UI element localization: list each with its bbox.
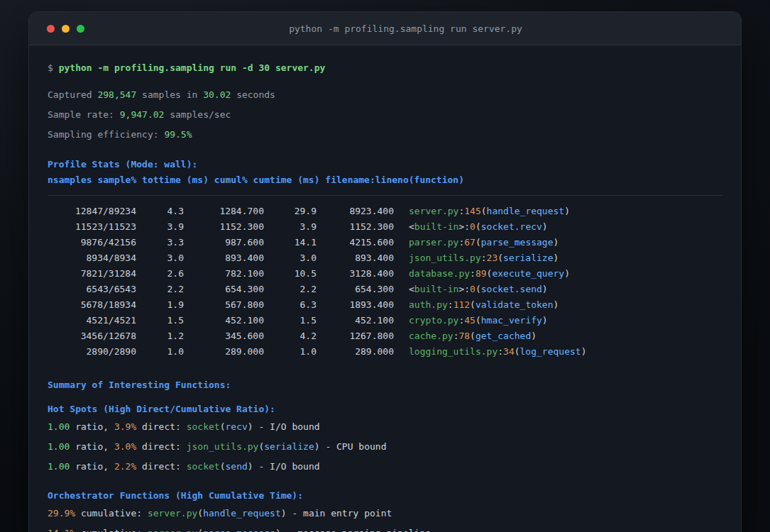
terminal-content: $ python -m profiling.sampling run -d 30… xyxy=(29,45,741,532)
tottime-value: 289.000 xyxy=(184,344,264,360)
command-line: $ python -m profiling.sampling run -d 30… xyxy=(48,60,722,76)
text-segment: - main entry point xyxy=(287,508,392,519)
nsamples-value: 6543/6543 xyxy=(48,282,136,297)
text-segment: ) xyxy=(564,268,570,279)
text-segment: ) xyxy=(314,441,320,452)
table-row: 4521/4521 1.5 452.100 1.5 452.100 crypto… xyxy=(48,313,722,328)
sample-pct-value: 1.9 xyxy=(136,297,184,313)
text-segment: ( xyxy=(197,528,203,532)
close-button[interactable] xyxy=(47,25,55,33)
text-segment: Sampling efficiency: xyxy=(48,129,164,140)
text-segment: 298,547 xyxy=(97,89,136,100)
text-segment: : xyxy=(497,346,503,357)
hot-spots-title: Hot Spots (High Direct/Cumulative Ratio)… xyxy=(48,401,722,417)
cumul-pct-value: 1.0 xyxy=(264,344,317,360)
text-segment: built-in xyxy=(414,284,459,294)
text-segment: ) xyxy=(542,315,548,326)
function-location: <built-in>:0(socket.recv) xyxy=(394,219,548,235)
stats-table: 12847/89234 4.3 1284.700 29.9 8923.400 s… xyxy=(48,204,722,360)
cumtime-value: 289.000 xyxy=(317,344,394,360)
sample-pct-value: 1.2 xyxy=(136,328,184,344)
text-segment: socket xyxy=(187,421,220,432)
terminal-titlebar[interactable]: python -m profiling.sampling run server.… xyxy=(29,12,741,45)
text-segment: json_utils.py xyxy=(409,253,481,263)
function-location: auth.py:112(validate_token) xyxy=(394,297,559,313)
text-segment: 29.9% xyxy=(48,508,75,519)
text-segment: ( xyxy=(475,237,481,248)
text-segment: json_utils.py xyxy=(187,441,259,452)
cumtime-value: 654.300 xyxy=(317,282,394,297)
text-segment: ) xyxy=(275,528,281,532)
sample-pct-value: 2.2 xyxy=(136,282,184,297)
text-segment: ratio, xyxy=(70,421,114,432)
text-segment: Sample rate: xyxy=(48,109,120,120)
function-location: logging_utils.py:34(log_request) xyxy=(394,344,586,360)
text-segment: logging_utils.py xyxy=(409,346,497,357)
terminal-window: python -m profiling.sampling run server.… xyxy=(28,11,742,532)
nsamples-value: 5678/18934 xyxy=(48,297,136,313)
cumtime-value: 4215.600 xyxy=(317,235,394,250)
sample-pct-value: 3.9 xyxy=(136,219,184,235)
cumtime-value: 8923.400 xyxy=(317,204,394,219)
text-segment: built-in xyxy=(414,221,459,232)
table-row: 8934/8934 3.0 893.400 3.0 893.400 json_u… xyxy=(48,250,722,266)
nsamples-value: 2890/2890 xyxy=(48,344,136,360)
text-segment: socket.recv xyxy=(481,221,542,232)
tottime-value: 1152.300 xyxy=(184,219,264,235)
text-segment: : xyxy=(464,284,470,294)
text-segment: cumulative: xyxy=(75,508,148,519)
text-segment: 67 xyxy=(464,237,475,248)
captured-samples-line: Captured 298,547 samples in 30.02 second… xyxy=(48,87,722,103)
text-segment: 99.5% xyxy=(164,129,192,140)
cumul-pct-value: 14.1 xyxy=(264,235,317,250)
tottime-value: 567.800 xyxy=(184,297,264,313)
orchestrator-list: 29.9% cumulative: server.py(handle_reque… xyxy=(48,506,722,532)
tottime-value: 782.100 xyxy=(184,266,264,282)
text-segment: 78 xyxy=(458,331,470,341)
nsamples-value: 9876/42156 xyxy=(48,235,136,250)
text-segment: handle_request xyxy=(487,206,565,216)
text-segment: database.py xyxy=(409,268,470,279)
sample-pct-value: 3.0 xyxy=(136,250,184,266)
text-segment: - I/O bound xyxy=(253,461,320,472)
sample-pct-value: 3.3 xyxy=(136,235,184,250)
tottime-value: 893.400 xyxy=(184,250,264,266)
function-location: crypto.py:45(hmac_verify) xyxy=(394,313,548,328)
text-segment: - CPU bound xyxy=(320,441,387,452)
text-segment: send xyxy=(226,461,248,472)
text-segment: - message parsing pipeline xyxy=(281,528,431,532)
text-segment: server.py xyxy=(409,206,458,216)
sample-pct-value: 1.5 xyxy=(136,313,184,328)
cumtime-value: 1152.300 xyxy=(317,219,394,235)
text-segment: 89 xyxy=(475,268,487,279)
traffic-lights xyxy=(47,25,84,33)
tottime-value: 345.600 xyxy=(184,328,264,344)
text-segment: 14.1% xyxy=(48,528,75,532)
text-segment: ) xyxy=(554,237,559,248)
text-segment: $ xyxy=(48,62,59,73)
text-segment: ) xyxy=(581,346,587,357)
text-segment: : xyxy=(448,299,453,310)
text-segment: ) xyxy=(248,461,253,472)
text-segment: seconds xyxy=(231,89,275,100)
text-segment: direct: xyxy=(136,441,186,452)
table-row: 2890/2890 1.0 289.000 1.0 289.000 loggin… xyxy=(48,344,722,360)
text-segment: 3.0% xyxy=(114,441,136,452)
cumtime-value: 3128.400 xyxy=(317,266,394,282)
text-segment: : xyxy=(464,221,470,232)
text-segment: 2.2% xyxy=(114,461,136,472)
text-segment: 1.00 xyxy=(48,461,70,472)
text-segment: ( xyxy=(475,221,481,232)
orchestrator-title: Orchestrator Functions (High Cumulative … xyxy=(48,488,722,504)
text-segment: direct: xyxy=(136,461,186,472)
cumtime-value: 1267.800 xyxy=(317,328,394,344)
text-segment: 45 xyxy=(464,315,475,326)
text-segment: 1.00 xyxy=(48,421,70,432)
text-segment: ) xyxy=(248,421,253,432)
minimize-button[interactable] xyxy=(62,25,70,33)
sample-pct-value: 4.3 xyxy=(136,204,184,219)
cumtime-value: 452.100 xyxy=(317,313,394,328)
window-title: python -m profiling.sampling run server.… xyxy=(84,23,727,34)
maximize-button[interactable] xyxy=(77,25,84,33)
nsamples-value: 4521/4521 xyxy=(48,313,136,328)
